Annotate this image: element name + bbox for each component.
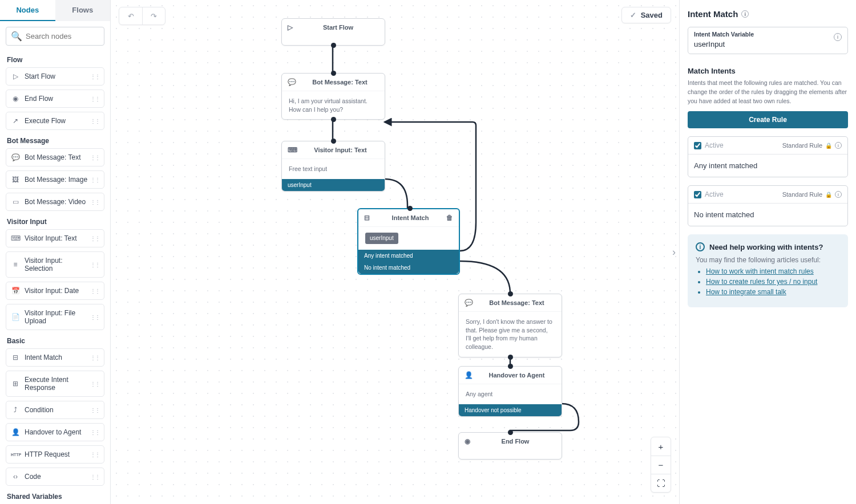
drag-handle-icon[interactable]: ⋮⋮ [90,235,99,242]
play-icon: ▷ [288,23,293,31]
fullscreen-button[interactable]: ⛶ [651,474,671,492]
node-icon: ⤴ [11,406,20,414]
sidebar-tabs: Nodes Flows [0,0,110,21]
node-icon: 🖼 [11,176,20,184]
node-icon: ‹› [11,473,20,481]
help-intro: You may find the following articles usef… [696,256,840,264]
node-label: Bot Message: Image [25,176,90,184]
section-title: Match Intents [688,67,848,75]
rule-text: Any intent matched [688,155,847,177]
node-start-flow[interactable]: ▷Start Flow [281,18,385,46]
drag-handle-icon[interactable]: ⋮⋮ [90,262,99,268]
variable-field[interactable]: Intent Match Variable userInput i [688,27,848,54]
flow-canvas[interactable]: ↶ ↷ ✓ Saved ▷Start Flow 💬Bot Message: Te… [111,0,679,504]
rule-active-checkbox[interactable] [694,142,701,149]
port-in[interactable] [331,71,336,76]
standard-rule-label: Standard Rule 🔒 i [782,191,842,198]
node-label: Visitor Input: File Upload [25,309,90,325]
port-in[interactable] [331,139,336,144]
tab-nodes[interactable]: Nodes [0,0,55,21]
drag-handle-icon[interactable]: ⋮⋮ [90,177,99,183]
node-label: Execute Flow [25,117,90,125]
info-icon[interactable]: i [834,33,842,41]
port-in[interactable] [508,430,513,435]
palette-bot-message-video[interactable]: ▭Bot Message: Video⋮⋮ [6,193,104,211]
palette-visitor-input-file-upload[interactable]: 📄Visitor Input: File Upload⋮⋮ [6,304,104,330]
node-label: End Flow [25,95,90,103]
info-icon[interactable]: i [835,142,842,149]
info-icon[interactable]: i [741,10,749,18]
port-out[interactable] [331,117,336,122]
drag-handle-icon[interactable]: ⋮⋮ [90,452,99,458]
zoom-out-button[interactable]: − [651,456,671,474]
trash-icon[interactable]: 🗑 [446,214,453,222]
drag-handle-icon[interactable]: ⋮⋮ [90,429,99,436]
node-handover[interactable]: 👤Handover to Agent Any agent Handover no… [458,366,562,417]
drag-handle-icon[interactable]: ⋮⋮ [90,288,99,294]
node-bot-greet[interactable]: 💬Bot Message: Text Hi, I am your virtual… [281,73,385,120]
palette-execute-flow[interactable]: ↗Execute Flow⋮⋮ [6,112,104,130]
palette-condition[interactable]: ⤴Condition⋮⋮ [6,401,104,419]
port-in[interactable] [508,364,513,369]
help-title: Need help working with intents? [709,243,823,251]
search-icon: 🔍 [11,31,22,42]
node-visitor-input[interactable]: ⌨Visitor Input: Text Free text input use… [281,141,385,192]
panel-title: Intent Match i [688,9,848,19]
drag-handle-icon[interactable]: ⋮⋮ [90,155,99,161]
drag-handle-icon[interactable]: ⋮⋮ [90,314,99,320]
palette-bot-message-image[interactable]: 🖼Bot Message: Image⋮⋮ [6,170,104,189]
port-out[interactable] [331,43,336,48]
palette-visitor-input-date[interactable]: 📅Visitor Input: Date⋮⋮ [6,282,104,300]
field-label: Intent Match Variable [694,31,842,38]
port-in[interactable] [407,206,413,211]
port-in[interactable] [508,291,513,296]
rule-active-checkbox[interactable] [694,191,701,198]
create-rule-button[interactable]: Create Rule [688,111,848,128]
node-icon: ⊞ [11,380,20,388]
tab-flows[interactable]: Flows [55,0,111,21]
palette-http-request[interactable]: HTTPHTTP Request⋮⋮ [6,445,104,464]
node-intent-match[interactable]: ⊟Intent Match🗑 userInput Any intent matc… [357,208,460,275]
rule-card[interactable]: Active Standard Rule 🔒 i No intent match… [688,185,848,226]
node-title: Bot Message: Text [478,299,556,306]
palette-visitor-input-selection[interactable]: ≡Visitor Input: Selection⋮⋮ [6,251,104,278]
drag-handle-icon[interactable]: ⋮⋮ [90,74,99,80]
node-bot-sorry[interactable]: 💬Bot Message: Text Sorry, I don't know t… [458,294,562,357]
redo-button[interactable]: ↷ [142,7,165,25]
palette-handover-to-agent[interactable]: 👤Handover to Agent⋮⋮ [6,423,104,441]
palette-start-flow[interactable]: ▷Start Flow⋮⋮ [6,67,104,86]
node-label: Visitor Input: Selection [25,257,90,273]
collapse-right-panel-icon[interactable]: › [672,246,676,258]
undo-button[interactable]: ↶ [119,7,142,25]
node-end-flow[interactable]: ◉End Flow [458,432,562,460]
node-output-none[interactable]: No intent matched [358,262,459,274]
drag-handle-icon[interactable]: ⋮⋮ [90,381,99,387]
palette-intent-match[interactable]: ⊟Intent Match⋮⋮ [6,348,104,367]
drag-handle-icon[interactable]: ⋮⋮ [90,474,99,480]
node-output-band[interactable]: Handover not possible [459,404,562,416]
help-link[interactable]: How to work with intent match rules [706,267,814,275]
rule-card[interactable]: Active Standard Rule 🔒 i Any intent matc… [688,136,848,177]
drag-handle-icon[interactable]: ⋮⋮ [90,96,99,102]
port-out[interactable] [508,355,513,360]
properties-panel: Intent Match i Intent Match Variable use… [679,0,856,504]
palette-bot-message-text[interactable]: 💬Bot Message: Text⋮⋮ [6,148,104,166]
search-box[interactable]: 🔍 [6,27,104,46]
palette-visitor-input-text[interactable]: ⌨Visitor Input: Text⋮⋮ [6,229,104,247]
search-input[interactable] [26,32,122,40]
drag-handle-icon[interactable]: ⋮⋮ [90,407,99,413]
drag-handle-icon[interactable]: ⋮⋮ [90,199,99,205]
node-output-any[interactable]: Any intent matched [358,250,459,262]
palette-end-flow[interactable]: ◉End Flow⋮⋮ [6,90,104,108]
help-link[interactable]: How to create rules for yes / no input [706,278,817,286]
zoom-in-button[interactable]: + [651,437,671,456]
node-label: Intent Match [25,353,90,361]
info-icon[interactable]: i [835,191,842,198]
palette-code[interactable]: ‹›Code⋮⋮ [6,468,104,486]
chat-icon: 💬 [465,299,473,307]
help-link[interactable]: How to integrate small talk [706,288,786,296]
palette-execute-intent-response[interactable]: ⊞Execute Intent Response⋮⋮ [6,371,104,397]
drag-handle-icon[interactable]: ⋮⋮ [90,118,99,124]
node-output-band[interactable]: userInput [282,179,385,191]
drag-handle-icon[interactable]: ⋮⋮ [90,355,99,361]
